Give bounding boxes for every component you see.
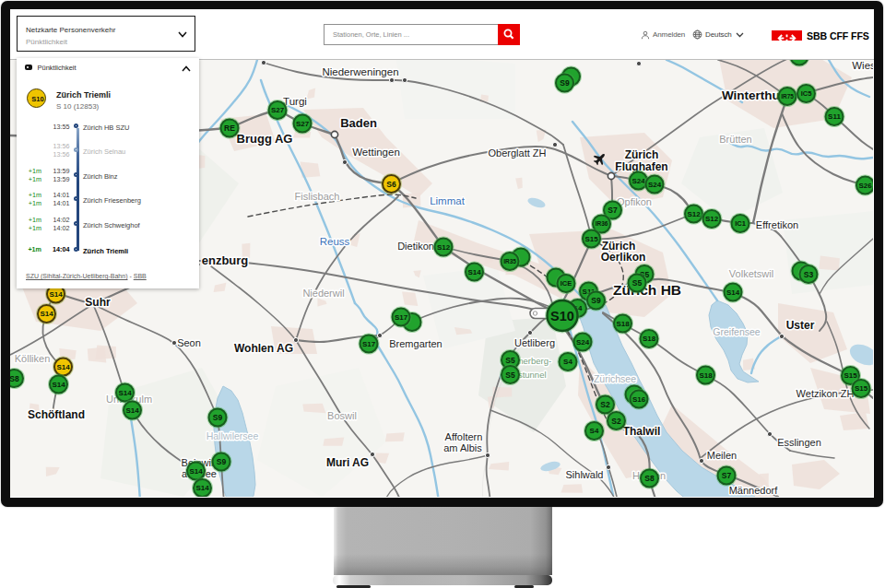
svg-text:S24: S24: [576, 338, 590, 347]
svg-text:S6: S6: [386, 180, 396, 189]
svg-text:Reuss: Reuss: [320, 236, 350, 247]
svg-text:enzburg: enzburg: [202, 253, 249, 267]
svg-text:S27: S27: [296, 120, 310, 128]
svg-text:Affoltern: Affoltern: [445, 431, 483, 442]
svg-text:Greifensee: Greifensee: [713, 326, 761, 337]
svg-text:S2: S2: [611, 417, 621, 426]
svg-text:S4: S4: [563, 358, 572, 366]
svg-text:Fislisbach: Fislisbach: [295, 191, 340, 202]
svg-text:Sihlwald: Sihlwald: [566, 469, 604, 480]
svg-text:S14: S14: [56, 363, 70, 371]
svg-text:IR75: IR75: [781, 93, 794, 100]
svg-text:Suhr: Suhr: [85, 296, 111, 309]
svg-text:am Albis: am Albis: [443, 442, 482, 453]
svg-text:Schöftland: Schöftland: [28, 408, 85, 421]
svg-text:S9: S9: [560, 78, 570, 88]
svg-text:S14: S14: [726, 288, 740, 297]
svg-text:S9: S9: [217, 457, 227, 466]
svg-text:Uetliberg: Uetliberg: [514, 337, 555, 348]
svg-text:S15: S15: [844, 371, 857, 380]
svg-text:S15: S15: [855, 384, 868, 393]
svg-text:S18: S18: [616, 320, 630, 328]
svg-text:S24: S24: [631, 177, 645, 185]
svg-text:S12: S12: [437, 243, 451, 252]
svg-text:S15: S15: [584, 235, 598, 243]
svg-text:Winterthur: Winterthur: [722, 88, 785, 102]
svg-text:S9: S9: [213, 413, 223, 422]
svg-text:IR36: IR36: [596, 220, 608, 227]
svg-text:S4: S4: [590, 427, 599, 435]
svg-text:Muri AG: Muri AG: [326, 456, 369, 469]
svg-text:Boswil: Boswil: [327, 410, 357, 421]
svg-text:Brugg AG: Brugg AG: [237, 132, 293, 146]
svg-text:S12: S12: [687, 210, 701, 218]
svg-text:Wies: Wies: [852, 60, 873, 71]
svg-text:S7: S7: [608, 206, 618, 215]
svg-text:Volketswil: Volketswil: [729, 268, 773, 279]
svg-text:S11: S11: [828, 112, 841, 121]
svg-text:S5: S5: [505, 356, 515, 365]
svg-text:S18: S18: [699, 371, 713, 380]
svg-text:S8: S8: [10, 374, 19, 383]
svg-text:Oberglatt ZH: Oberglatt ZH: [489, 147, 547, 159]
svg-text:S5: S5: [632, 278, 643, 288]
svg-text:IR35: IR35: [503, 258, 516, 265]
svg-text:ICE: ICE: [560, 279, 572, 288]
svg-text:Oerlikon: Oerlikon: [601, 251, 646, 264]
svg-text:S18: S18: [643, 335, 656, 343]
svg-text:Zürich: Zürich: [625, 148, 659, 161]
svg-text:S9: S9: [591, 296, 601, 305]
svg-text:S14: S14: [118, 389, 132, 397]
svg-text:S16: S16: [632, 395, 646, 404]
svg-text:Effretikon: Effretikon: [756, 219, 798, 230]
svg-text:Uster: Uster: [786, 319, 815, 332]
svg-text:Bremgarten: Bremgarten: [389, 338, 442, 349]
svg-text:S8: S8: [644, 474, 655, 483]
svg-text:Thalwil: Thalwil: [623, 425, 661, 438]
svg-text:S27: S27: [271, 106, 285, 114]
svg-text:S14: S14: [40, 310, 53, 318]
svg-text:S10: S10: [550, 309, 574, 323]
svg-text:Esslingen: Esslingen: [777, 437, 821, 448]
svg-text:RE: RE: [224, 123, 235, 133]
svg-text:Wohlen AG: Wohlen AG: [234, 342, 293, 355]
svg-text:Limmat: Limmat: [430, 195, 466, 206]
svg-text:S5: S5: [505, 370, 515, 380]
svg-text:S14: S14: [52, 381, 65, 389]
svg-text:Zürichsee: Zürichsee: [594, 373, 636, 384]
svg-text:S26: S26: [858, 182, 872, 190]
svg-text:Baden: Baden: [340, 116, 377, 130]
svg-text:Wettingen: Wettingen: [352, 147, 400, 158]
svg-text:S3: S3: [804, 270, 814, 279]
svg-text:S2: S2: [600, 400, 610, 409]
svg-text:Männedorf: Männedorf: [729, 485, 779, 496]
svg-text:S14: S14: [49, 290, 63, 299]
svg-text:Seon: Seon: [177, 337, 201, 348]
svg-text:S14: S14: [189, 467, 203, 476]
svg-text:Hallwilersee: Hallwilersee: [206, 430, 259, 441]
svg-text:S14: S14: [467, 268, 481, 276]
svg-text:Brütten: Brütten: [719, 134, 751, 145]
svg-text:S7: S7: [722, 471, 732, 480]
svg-text:S14: S14: [195, 484, 209, 492]
svg-text:Dietikon: Dietikon: [397, 241, 434, 252]
svg-text:IC5: IC5: [801, 89, 812, 98]
svg-text:Meilen: Meilen: [707, 450, 737, 461]
svg-text:S14: S14: [125, 406, 139, 415]
svg-text:IC1: IC1: [735, 219, 746, 228]
svg-text:Kölliken: Kölliken: [15, 353, 51, 364]
svg-text:S24: S24: [648, 181, 662, 189]
svg-text:Niederweningen: Niederweningen: [322, 66, 398, 77]
svg-text:S17: S17: [362, 340, 376, 348]
svg-text:Niederwil: Niederwil: [302, 288, 344, 299]
svg-text:Wetzikon ZH: Wetzikon ZH: [796, 388, 855, 399]
svg-text:S12: S12: [705, 215, 719, 223]
svg-text:S17: S17: [395, 313, 408, 322]
